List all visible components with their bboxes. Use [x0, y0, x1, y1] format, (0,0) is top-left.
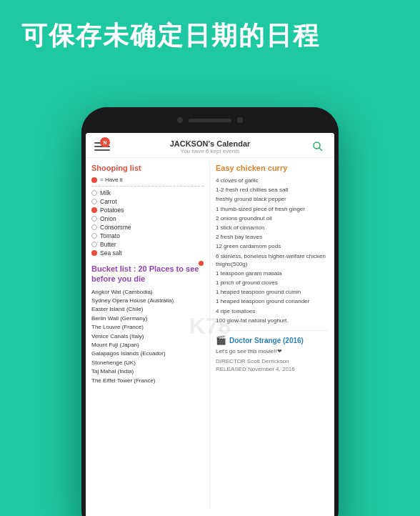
phone-screen: N JACKSON's Calendar You have 6 kept eve… — [86, 133, 334, 516]
item-name: Onion — [100, 215, 116, 222]
notification-badge: N — [100, 137, 110, 147]
ingredient: 1 stick of cinnamon — [216, 224, 329, 232]
ingredient: 12 green cardamom pods — [216, 242, 329, 250]
list-item: Milk — [91, 189, 204, 197]
item-dot — [91, 207, 97, 213]
ingredient: 100 glow-fat natural yoghurt. — [216, 317, 329, 324]
search-button[interactable] — [310, 139, 326, 154]
list-item: Consomme — [91, 224, 204, 231]
bucket-section-title: Bucket list : 20 Places to see before yo… — [91, 264, 204, 284]
list-item: Sydney Opera House (Australia) — [91, 297, 204, 304]
item-name: Consomme — [100, 224, 131, 231]
item-name: Carrot — [100, 198, 117, 205]
movie-title: Doctor Strange (2016) — [229, 337, 304, 344]
menu-button[interactable]: N — [94, 142, 110, 151]
list-item: The Louvre (France) — [91, 324, 204, 331]
item-name: Tomato — [100, 232, 120, 239]
menu-line-3 — [94, 149, 110, 151]
item-name: Butter — [100, 241, 116, 248]
list-item: Venice Canals (Italy) — [91, 333, 204, 340]
list-item: Galapagos Islands (Ecuador) — [91, 350, 204, 357]
movie-section: 🎬 Doctor Strange (2016) Let's go see thi… — [216, 330, 329, 373]
have-it-dot — [91, 177, 97, 183]
ingredient: 1 teaspoon garam masala — [216, 269, 329, 277]
ingredient: 2 onions groundnut oil — [216, 214, 329, 222]
app-content: Shooping list = Have it Milk Carrot — [86, 158, 334, 508]
item-dot — [91, 190, 97, 196]
shopping-section-title: Shooping list — [91, 164, 204, 172]
ingredient: 1-2 fresh red chillies sea salt — [216, 186, 329, 194]
phone-body: N JACKSON's Calendar You have 6 kept eve… — [81, 107, 339, 516]
item-dot — [91, 199, 97, 204]
ingredient: 1 thumb-sized piece of fresh ginger — [216, 205, 329, 213]
list-item: Stonehenge (UK) — [91, 359, 204, 367]
movie-director: DIRECTOR Scott Derrickson — [216, 357, 329, 365]
ingredient: 6 skinless, boneless higher-welfare chic… — [216, 252, 329, 268]
list-item: Taj Mahal (India) — [91, 368, 204, 375]
item-dot — [91, 224, 97, 230]
list-item: Tomato — [91, 232, 204, 239]
item-name: Sea salt — [100, 249, 122, 257]
app-header: N JACKSON's Calendar You have 6 kept eve… — [86, 133, 334, 158]
legend-label: = Have it — [100, 177, 123, 183]
camera-dot-left — [177, 117, 183, 123]
list-item: Mount Fuji (Japan) — [91, 342, 204, 349]
item-dot — [91, 233, 97, 239]
item-dot — [91, 242, 97, 247]
hero-text: 可保存未确定日期的日程 — [21, 20, 399, 51]
camera-dot-right — [237, 117, 243, 123]
calendar-title: JACKSON's Calendar — [110, 139, 310, 148]
ingredient: freshly ground black pepper — [216, 195, 329, 203]
shopping-divider — [91, 186, 204, 187]
ingredient: 1 heaped teaspoon ground cumin — [216, 288, 329, 296]
ingredient: 1 heaped teaspoon ground coriander — [216, 297, 329, 305]
list-item: Potatoes — [91, 207, 204, 214]
ingredient: 4 cloves of garlic — [216, 177, 329, 184]
item-name: Potatoes — [100, 207, 124, 214]
speaker-bar — [189, 119, 231, 122]
curry-section-title: Easy chicken curry — [216, 164, 329, 172]
movie-title-row: 🎬 Doctor Strange (2016) — [216, 335, 329, 345]
list-item: Angkor Wat (Cambodia) — [91, 289, 204, 296]
right-column: Easy chicken curry 4 cloves of garlic 1-… — [210, 158, 334, 508]
phone-top-bar — [81, 107, 339, 133]
shopping-legend: = Have it — [91, 177, 204, 183]
list-item: Easter Island (Chile) — [91, 306, 204, 313]
list-item: Sea salt — [91, 249, 204, 257]
ingredient: 4 ripe tomatoes — [216, 307, 329, 315]
calendar-subtitle: You have 6 kept events — [110, 148, 310, 154]
list-item: Carrot — [91, 198, 204, 205]
item-dot — [91, 250, 97, 256]
item-name: Milk — [100, 189, 111, 197]
phone-device: N JACKSON's Calendar You have 6 kept eve… — [81, 107, 339, 516]
svg-line-1 — [319, 148, 322, 151]
list-item: Butter — [91, 241, 204, 248]
ingredient: 2 fresh bay leaves — [216, 233, 329, 241]
movie-description: Let's go see this movie!!❤ — [216, 348, 329, 354]
list-item: Onion — [91, 215, 204, 222]
list-item: The Eiffel Tower (France) — [91, 377, 204, 384]
left-column: Shooping list = Have it Milk Carrot — [86, 158, 210, 508]
header-title-section: JACKSON's Calendar You have 6 kept event… — [110, 139, 310, 154]
list-item: Berlin Wall (Germany) — [91, 315, 204, 322]
movie-emoji: 🎬 — [216, 335, 226, 345]
svg-point-0 — [314, 142, 320, 149]
ingredient: 1 pinch of ground cloves — [216, 279, 329, 287]
item-dot — [91, 216, 97, 222]
movie-released: RELEASED November 4, 2016 — [216, 365, 329, 373]
